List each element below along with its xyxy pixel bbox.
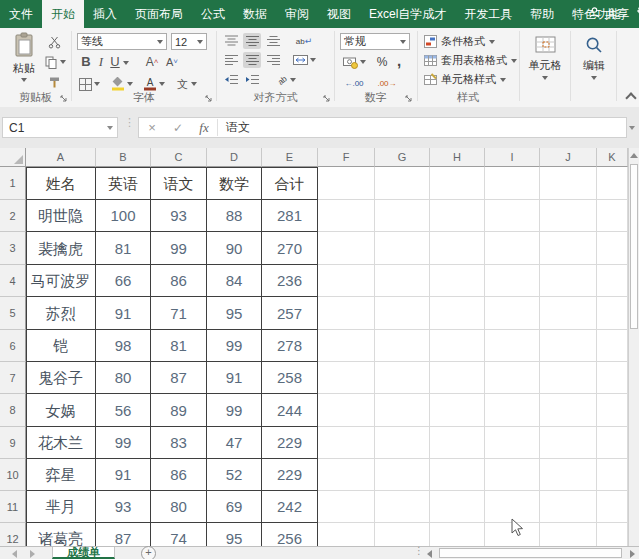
cell-G7[interactable] (375, 362, 430, 394)
next-sheet-icon[interactable] (30, 550, 35, 558)
cell-G4[interactable] (375, 265, 430, 297)
cell-F5[interactable] (318, 297, 375, 330)
cell-H10[interactable] (430, 459, 485, 491)
cell-I10[interactable] (485, 459, 540, 491)
align-top-button[interactable] (222, 33, 240, 49)
cell-C12[interactable]: 74 (151, 523, 207, 546)
cell-styles-button[interactable]: 单元格样式 (424, 72, 506, 87)
row-header-8[interactable]: 8 (0, 394, 26, 427)
cell-G8[interactable] (375, 394, 430, 427)
cell-J8[interactable] (540, 394, 597, 427)
enter-icon[interactable]: ✓ (165, 121, 191, 135)
cell-D5[interactable]: 95 (207, 297, 262, 330)
cell-J9[interactable] (540, 427, 597, 459)
column-header-H[interactable]: H (430, 148, 485, 167)
row-header-5[interactable]: 5 (0, 297, 26, 330)
cell-K10[interactable] (597, 459, 628, 491)
cell-C10[interactable]: 86 (151, 459, 207, 491)
row-header-6[interactable]: 6 (0, 330, 26, 362)
cell-A3[interactable]: 裴擒虎 (26, 232, 96, 265)
ribbon-tab-0[interactable]: 文件 (0, 0, 42, 28)
cell-E6[interactable]: 278 (262, 330, 318, 362)
cell-H1[interactable] (430, 167, 485, 200)
accounting-format-button[interactable] (340, 54, 368, 70)
cell-B10[interactable]: 91 (96, 459, 151, 491)
conditional-formatting-button[interactable]: 条件格式 (424, 34, 495, 49)
cell-F1[interactable] (318, 167, 375, 200)
align-bottom-button[interactable] (264, 33, 282, 49)
column-header-A[interactable]: A (26, 148, 96, 167)
cell-E4[interactable]: 236 (262, 265, 318, 297)
cell-B12[interactable]: 87 (96, 523, 151, 546)
cell-J2[interactable] (540, 200, 597, 232)
cell-A5[interactable]: 苏烈 (26, 297, 96, 330)
cell-C2[interactable]: 93 (151, 200, 207, 232)
percent-button[interactable]: % (375, 54, 389, 70)
cancel-icon[interactable]: × (139, 120, 165, 135)
cell-G6[interactable] (375, 330, 430, 362)
cell-D2[interactable]: 88 (207, 200, 262, 232)
column-header-F[interactable]: F (318, 148, 375, 167)
row-header-11[interactable]: 11 (0, 491, 26, 523)
cell-K8[interactable] (597, 394, 628, 427)
cell-D12[interactable]: 95 (207, 523, 262, 546)
cell-B7[interactable]: 80 (96, 362, 151, 394)
vertical-scroll-thumb[interactable] (630, 164, 638, 329)
cell-D4[interactable]: 84 (207, 265, 262, 297)
cell-B6[interactable]: 98 (96, 330, 151, 362)
cell-C5[interactable]: 71 (151, 297, 207, 330)
cell-G12[interactable] (375, 523, 430, 546)
cell-I1[interactable] (485, 167, 540, 200)
cell-F6[interactable] (318, 330, 375, 362)
tab-scrollbar-splitter[interactable]: ⋮ (414, 545, 424, 556)
cell-A7[interactable]: 鬼谷子 (26, 362, 96, 394)
cell-H8[interactable] (430, 394, 485, 427)
cell-J1[interactable] (540, 167, 597, 200)
cell-A1[interactable]: 姓名 (26, 167, 96, 200)
name-box[interactable]: C1 (2, 117, 118, 138)
cell-H12[interactable] (430, 523, 485, 546)
column-header-I[interactable]: I (485, 148, 540, 167)
cell-E3[interactable]: 270 (262, 232, 318, 265)
increase-indent-button[interactable] (243, 72, 261, 88)
cell-I2[interactable] (485, 200, 540, 232)
number-dialog-launcher[interactable] (405, 95, 414, 104)
cell-K1[interactable] (597, 167, 628, 200)
cell-A6[interactable]: 铠 (26, 330, 96, 362)
align-middle-button[interactable] (243, 33, 261, 49)
bold-button[interactable]: B (80, 54, 92, 69)
cell-F2[interactable] (318, 200, 375, 232)
cell-F10[interactable] (318, 459, 375, 491)
horizontal-scroll-thumb[interactable] (439, 548, 622, 558)
column-header-B[interactable]: B (96, 148, 151, 167)
cell-F12[interactable] (318, 523, 375, 546)
shrink-font-button[interactable]: A˅ (164, 54, 180, 69)
cell-I9[interactable] (485, 427, 540, 459)
cell-D9[interactable]: 47 (207, 427, 262, 459)
orientation-button[interactable]: ab (273, 72, 301, 88)
cell-K11[interactable] (597, 491, 628, 523)
increase-decimal-button[interactable]: ←.00 (340, 76, 368, 90)
cell-H2[interactable] (430, 200, 485, 232)
cell-C1[interactable]: 语文 (151, 167, 207, 200)
cell-A12[interactable]: 诸葛亮 (26, 523, 96, 546)
new-sheet-button[interactable]: + (141, 546, 156, 559)
cell-G3[interactable] (375, 232, 430, 265)
cell-J4[interactable] (540, 265, 597, 297)
expand-formula-bar-icon[interactable] (629, 126, 635, 130)
cell-C8[interactable]: 89 (151, 394, 207, 427)
decrease-decimal-button[interactable]: .00→ (373, 76, 401, 90)
cell-G10[interactable] (375, 459, 430, 491)
font-name-select[interactable]: 等线 (77, 33, 167, 50)
ribbon-tab-8[interactable]: Excel自学成才 (360, 0, 455, 28)
cell-C11[interactable]: 80 (151, 491, 207, 523)
format-as-table-button[interactable]: 套用表格格式 (424, 53, 517, 68)
ribbon-tab-7[interactable]: 视图 (318, 0, 360, 28)
cell-J12[interactable] (540, 523, 597, 546)
cell-J5[interactable] (540, 297, 597, 330)
comma-style-button[interactable]: , (393, 52, 405, 68)
cell-A11[interactable]: 芈月 (26, 491, 96, 523)
horizontal-scrollbar[interactable] (437, 547, 627, 559)
ribbon-tab-9[interactable]: 开发工具 (455, 0, 521, 28)
cell-K4[interactable] (597, 265, 628, 297)
